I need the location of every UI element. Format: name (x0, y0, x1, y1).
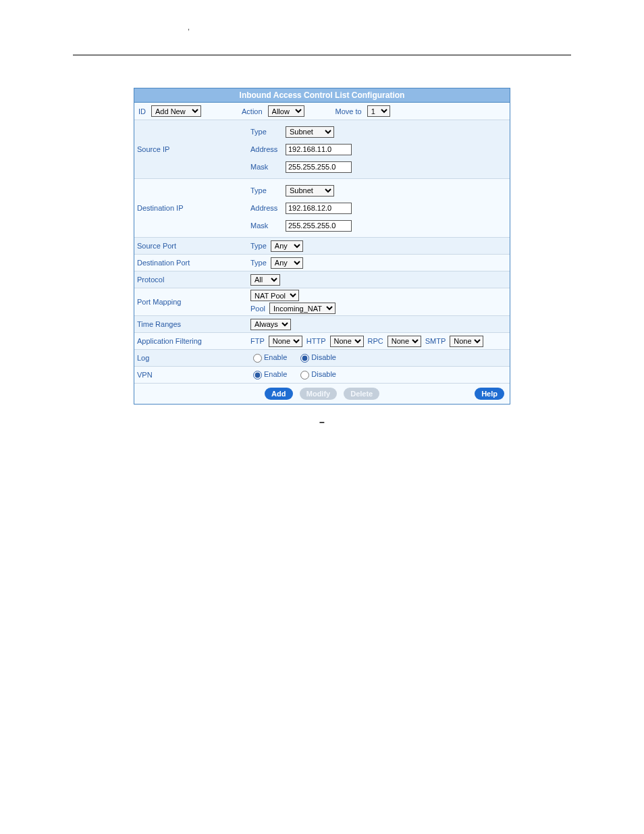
config-panel: Inbound Access Control List Configuratio… (134, 88, 510, 405)
row-destination-port: Destination Port Type Any (134, 255, 510, 271)
moveto-label: Move to (336, 107, 362, 115)
row-source-port: Source Port Type Any (134, 238, 510, 255)
row-port-mapping: Port Mapping NAT Pool Pool Incoming_NAT (134, 288, 510, 316)
log-disable-text: Disable (311, 353, 336, 361)
srcip-type-label: Type (250, 124, 281, 139)
log-enable-option[interactable]: Enable (250, 353, 287, 363)
row-vpn: VPN Enable Disable (134, 367, 510, 384)
row-source-ip: Source IP Type Subnet Address Mask (134, 120, 510, 179)
appf-smtp-select[interactable]: None (450, 336, 483, 347)
dstip-label: Destination IP (137, 204, 250, 212)
srcport-type-select[interactable]: Any (271, 240, 303, 252)
row-destination-ip: Destination IP Type Subnet Address Mask (134, 179, 510, 238)
pmap-pool-select[interactable]: Incoming_NAT (269, 303, 336, 314)
vpn-disable-text: Disable (311, 370, 336, 378)
log-disable-option[interactable]: Disable (298, 353, 336, 363)
pmap-pool-label: Pool (250, 305, 265, 313)
row-app-filtering: Application Filtering FTP None HTTP None… (134, 333, 510, 350)
srcport-type-label: Type (250, 242, 267, 250)
appf-smtp-label: SMTP (425, 337, 446, 345)
caption-dash: – (319, 417, 325, 427)
srcport-label: Source Port (137, 242, 250, 250)
srcip-addr-input[interactable] (286, 144, 352, 155)
id-label: ID (138, 107, 146, 115)
help-button[interactable]: Help (475, 388, 504, 400)
dstport-type-select[interactable]: Any (271, 257, 303, 269)
vpn-enable-radio[interactable] (253, 371, 262, 380)
time-label: Time Ranges (137, 320, 250, 328)
vpn-disable-radio[interactable] (300, 371, 309, 380)
appf-http-label: HTTP (306, 337, 326, 345)
appf-ftp-label: FTP (250, 337, 265, 345)
vpn-label: VPN (137, 371, 250, 379)
moveto-select[interactable]: 1 (367, 105, 390, 117)
actions-row: Add Modify Delete Help (134, 384, 510, 404)
add-button[interactable]: Add (265, 388, 293, 400)
vpn-enable-option[interactable]: Enable (250, 370, 287, 380)
log-disable-radio[interactable] (300, 354, 309, 363)
appf-rpc-label: RPC (368, 337, 383, 345)
source-ip-label: Source IP (137, 145, 250, 153)
stray-mark: , (188, 23, 644, 31)
log-label: Log (137, 354, 250, 362)
srcip-mask-label: Mask (250, 159, 281, 174)
dstip-mask-label: Mask (250, 218, 281, 233)
dstip-type-select[interactable]: Subnet (286, 185, 334, 197)
action-select[interactable]: Allow (268, 105, 304, 117)
dstip-addr-input[interactable] (286, 203, 352, 214)
protocol-select[interactable]: All (250, 274, 280, 286)
vpn-enable-text: Enable (264, 370, 287, 378)
vpn-disable-option[interactable]: Disable (298, 370, 336, 380)
dstip-addr-label: Address (250, 201, 281, 215)
modify-button: Modify (300, 388, 337, 400)
row-time-ranges: Time Ranges Always (134, 316, 510, 333)
appf-rpc-select[interactable]: None (387, 336, 421, 347)
srcip-mask-input[interactable] (286, 161, 352, 173)
delete-button: Delete (344, 388, 379, 400)
appf-label: Application Filtering (137, 337, 250, 345)
page-rule (73, 54, 571, 55)
appf-ftp-select[interactable]: None (269, 336, 302, 347)
action-label: Action (242, 107, 263, 115)
log-enable-text: Enable (264, 353, 287, 361)
srcip-addr-label: Address (250, 142, 281, 157)
dstport-label: Destination Port (137, 259, 250, 267)
pmap-select[interactable]: NAT Pool (250, 290, 299, 301)
log-enable-radio[interactable] (253, 354, 262, 363)
figure-caption: – (0, 417, 644, 427)
appf-http-select[interactable]: None (330, 336, 364, 347)
time-select[interactable]: Always (250, 319, 291, 330)
pmap-label: Port Mapping (137, 298, 250, 306)
dstport-type-label: Type (250, 259, 267, 267)
dstip-type-label: Type (250, 183, 281, 198)
row-protocol: Protocol All (134, 271, 510, 288)
panel-title: Inbound Access Control List Configuratio… (134, 88, 510, 103)
row-log: Log Enable Disable (134, 350, 510, 367)
id-select[interactable]: Add New (151, 105, 201, 117)
srcip-type-select[interactable]: Subnet (286, 126, 334, 138)
dstip-mask-input[interactable] (286, 220, 352, 232)
config-top-row: ID Add New Action Allow Move to 1 (134, 103, 510, 120)
protocol-label: Protocol (137, 276, 250, 284)
